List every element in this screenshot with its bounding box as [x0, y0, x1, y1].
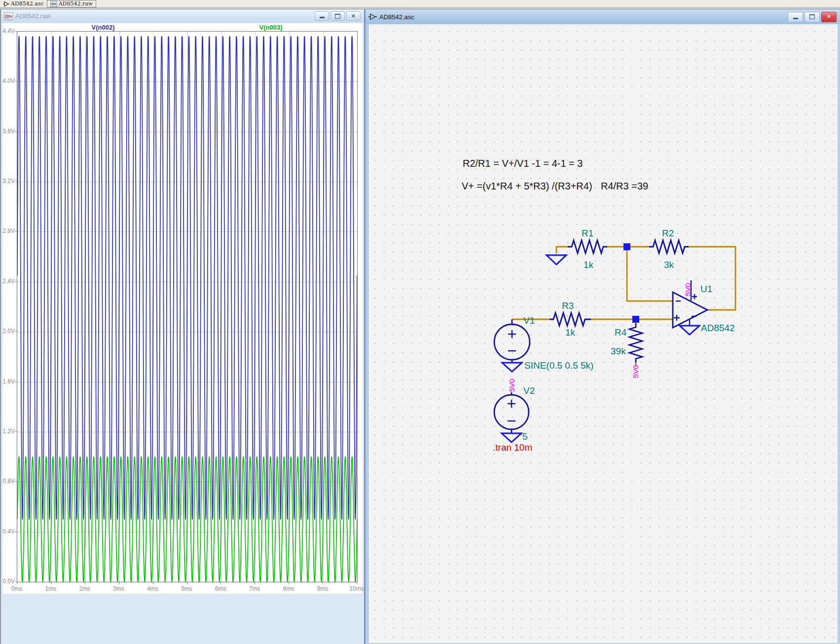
y-tick-label: 4.4V [2, 28, 15, 35]
x-tick-label: 10ms [346, 585, 367, 592]
maximize-button[interactable] [330, 11, 345, 21]
wire-r2-to-output [689, 247, 735, 310]
y-tick-label: 2.0V [2, 328, 15, 335]
maximize-icon [335, 14, 340, 19]
x-tick-label: 9ms [312, 585, 333, 592]
label-v2-value[interactable]: 5 [522, 431, 528, 442]
label-v1-name[interactable]: V1 [523, 315, 535, 326]
trace-label-vn002[interactable]: V(n002) [81, 24, 125, 31]
voltage-source-v1[interactable] [494, 319, 530, 363]
x-tick-label: 3ms [108, 585, 130, 592]
label-r4-name[interactable]: R4 [615, 327, 627, 338]
annotation-line2b[interactable]: R4/R3 =39 [601, 181, 648, 191]
schematic-drawing: R2/R1 = V+/V1 -1 = 4-1 = 3 V+ =(v1*R4 + … [368, 24, 838, 643]
close-button[interactable]: ✕ [346, 11, 361, 21]
annotation-line1[interactable]: R2/R1 = V+/V1 -1 = 4-1 = 3 [463, 158, 583, 169]
x-tick-label: 4ms [142, 585, 164, 592]
resistor-r3[interactable] [549, 313, 591, 326]
minimize-button[interactable] [788, 12, 803, 22]
waveform-tab-icon [50, 1, 57, 7]
y-tick-label: 3.2V [2, 178, 15, 185]
node-junction-r3-r4[interactable] [632, 316, 639, 323]
y-tick-label: 0.8V [2, 478, 15, 485]
wire-gnd-to-r1 [556, 247, 568, 254]
label-r1-name[interactable]: R1 [582, 228, 593, 238]
node-junction-r1-r2[interactable] [623, 243, 630, 250]
y-tick-mark [15, 181, 17, 182]
trace-V(n002) [17, 37, 357, 519]
trace-label-vn003[interactable]: V(n003) [249, 24, 293, 31]
y-tick-label: 3.6V [2, 128, 15, 135]
schematic-canvas[interactable]: R2/R1 = V+/V1 -1 = 4-1 = 3 V+ =(v1*R4 + … [368, 24, 838, 643]
schematic-window-titlebar[interactable]: AD8542.asc ✕ [365, 9, 840, 24]
tab-ad8542-raw[interactable]: AD8542.raw [47, 0, 97, 7]
label-u1-value[interactable]: AD8542 [701, 323, 735, 333]
resistor-r1[interactable] [568, 240, 607, 253]
label-v1-value[interactable]: SINE(0.5 0.5 5k) [524, 360, 593, 371]
x-tick-mark [255, 582, 255, 584]
y-tick-mark [15, 31, 17, 32]
label-u1-name[interactable]: U1 [700, 284, 712, 294]
ground-symbol-opamp[interactable] [680, 326, 699, 335]
x-tick-mark [153, 582, 153, 584]
y-tick-mark [15, 431, 17, 432]
voltage-source-v2[interactable] [494, 392, 529, 433]
x-tick-label: 8ms [278, 585, 299, 592]
ground-symbol-v2[interactable] [502, 433, 521, 442]
trace-plot [17, 32, 357, 582]
y-tick-mark [15, 481, 17, 482]
spice-directive[interactable]: .tran 10m [493, 442, 532, 453]
close-icon: ✕ [827, 14, 831, 19]
ground-symbol-v1[interactable] [502, 363, 522, 372]
plot-area[interactable] [17, 31, 358, 582]
resistor-r2[interactable] [649, 240, 689, 253]
net-label-5v0-v2[interactable]: 5V0 [508, 379, 516, 392]
y-tick-mark [15, 81, 17, 81]
net-label-5v0-opamp[interactable]: 5V0 [684, 283, 692, 296]
label-r2-value[interactable]: 3k [664, 260, 674, 270]
label-r3-value[interactable]: 1k [565, 327, 576, 338]
y-tick-label: 0.4V [2, 528, 15, 535]
file-tab-bar: AD8542.asc AD8542.raw [0, 0, 840, 8]
net-label-5v0-r4[interactable]: 5V0 [631, 365, 640, 378]
x-tick-mark [323, 582, 323, 584]
y-tick-label: 4.0V [2, 77, 15, 84]
label-r3-name[interactable]: R3 [562, 301, 574, 311]
x-tick-label: 0ms [6, 585, 28, 592]
y-tick-mark [15, 281, 17, 282]
waveform-window-titlebar[interactable]: AD8542.raw ✕ [1, 9, 364, 23]
tab-label: AD8542.raw [59, 0, 93, 7]
wire-feedback-to-inverting-input [627, 250, 673, 301]
close-button[interactable]: ✕ [821, 12, 837, 22]
schematic-editor-window: AD8542.asc ✕ R2/R1 = V+/V1 -1 = 4-1 = 3 … [365, 9, 840, 644]
tab-ad8542-asc[interactable]: AD8542.asc [0, 0, 47, 7]
y-tick-label: 2.4V [2, 278, 15, 285]
x-tick-mark [51, 582, 51, 584]
y-tick-mark [15, 131, 17, 132]
label-r1-value[interactable]: 1k [584, 260, 594, 270]
maximize-button[interactable] [804, 12, 820, 22]
trace-V(n003) [17, 457, 357, 582]
window-title: AD8542.asc [379, 13, 414, 21]
minimize-button[interactable] [315, 11, 329, 21]
resistor-r4[interactable] [629, 323, 642, 363]
x-tick-mark [119, 582, 119, 584]
y-tick-label: 1.6V [2, 378, 15, 385]
x-tick-label: 1ms [40, 585, 62, 592]
annotation-line2a[interactable]: V+ =(v1*R4 + 5*R3) /(R3+R4) [462, 181, 592, 191]
ground-symbol-r1[interactable] [547, 255, 566, 265]
x-tick-mark [220, 582, 221, 584]
v1-polarity-glyphs [508, 330, 516, 351]
x-tick-label: 6ms [210, 585, 231, 592]
y-tick-label: 0.0V [2, 578, 15, 585]
x-tick-mark [17, 582, 17, 584]
x-tick-mark [187, 582, 187, 584]
x-tick-label: 5ms [176, 585, 198, 592]
v1-circle [494, 324, 530, 360]
label-v2-name[interactable]: V2 [523, 385, 535, 396]
label-r2-name[interactable]: R2 [662, 228, 674, 238]
y-tick-mark [15, 581, 17, 582]
minimize-icon [793, 18, 798, 19]
label-r4-value[interactable]: 39k [611, 346, 626, 356]
schematic-window-icon [368, 13, 377, 20]
